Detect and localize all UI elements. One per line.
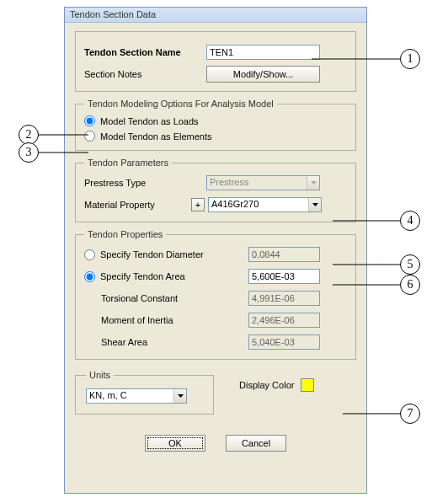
callout-6: 6 — [400, 275, 420, 295]
callout-5: 5 — [400, 254, 420, 275]
callout-3: 3 — [19, 142, 39, 163]
callout-4: 4 — [400, 211, 420, 231]
callout-1: 1 — [400, 49, 420, 69]
callout-7: 7 — [400, 404, 420, 424]
